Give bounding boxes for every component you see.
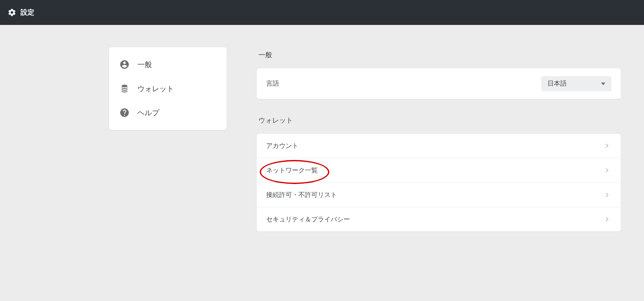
chevron-down-icon xyxy=(601,83,605,85)
sidebar-item-wallet[interactable]: ウォレット xyxy=(109,77,227,101)
chevron-right-icon xyxy=(603,190,611,199)
language-row: 言語 日本語 xyxy=(257,68,621,99)
wallet-row-networks[interactable]: ネットワーク一覧 xyxy=(257,158,621,183)
row-label: 接続許可・不許可リスト xyxy=(266,191,337,199)
page-title: 設定 xyxy=(21,8,34,17)
section-title-wallet: ウォレット xyxy=(258,116,621,125)
section-title-general: 一般 xyxy=(258,51,621,60)
sidebar-item-label: 一般 xyxy=(137,60,152,70)
gear-icon xyxy=(8,8,16,17)
language-label: 言語 xyxy=(266,80,279,88)
main-panel: 一般 言語 日本語 ウォレット アカウント ネットワーク一覧 接続 xyxy=(257,47,621,249)
chevron-right-icon xyxy=(603,166,611,175)
chevron-right-icon xyxy=(603,141,611,150)
wallet-row-permissions[interactable]: 接続許可・不許可リスト xyxy=(257,183,621,207)
language-dropdown[interactable]: 日本語 xyxy=(541,76,611,91)
wallet-row-security[interactable]: セキュリティ＆プライバシー xyxy=(257,207,621,231)
row-label: アカウント xyxy=(266,142,298,150)
sidebar-item-label: ヘルプ xyxy=(137,108,159,118)
user-circle-icon xyxy=(119,59,130,70)
content-area: 一般 ウォレット ヘルプ 一般 言語 日本語 ウォレット アカウント xyxy=(0,25,644,249)
stack-icon xyxy=(119,83,130,94)
chevron-right-icon xyxy=(603,215,611,224)
help-circle-icon xyxy=(119,108,130,118)
row-label: セキュリティ＆プライバシー xyxy=(266,215,350,224)
wallet-row-account[interactable]: アカウント xyxy=(257,134,621,158)
sidebar-item-general[interactable]: 一般 xyxy=(109,52,227,77)
row-label: ネットワーク一覧 xyxy=(266,166,318,175)
sidebar-item-label: ウォレット xyxy=(137,84,174,94)
sidebar-item-help[interactable]: ヘルプ xyxy=(109,101,227,125)
wallet-card: アカウント ネットワーク一覧 接続許可・不許可リスト セキュリティ＆プライバシー xyxy=(257,134,621,231)
sidebar: 一般 ウォレット ヘルプ xyxy=(109,47,227,130)
general-card: 言語 日本語 xyxy=(257,68,621,99)
language-dropdown-value: 日本語 xyxy=(547,80,567,88)
svg-point-0 xyxy=(122,85,128,87)
app-header: 設定 xyxy=(0,0,644,25)
